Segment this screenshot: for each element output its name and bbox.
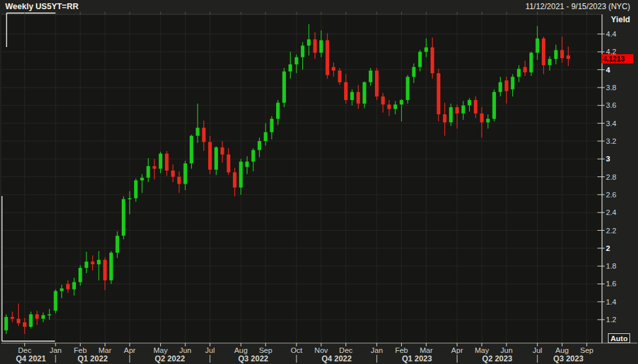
quarter-label: Q1 2023 xyxy=(402,354,432,363)
month-label: Mar xyxy=(419,346,433,354)
candlestick-chart[interactable]: 4.44.243.83.63.43.232.82.62.42.221.81.61… xyxy=(0,0,638,364)
y-tick-label: 2.8 xyxy=(606,173,616,181)
candle[interactable] xyxy=(436,69,440,122)
month-label: Dec xyxy=(18,346,31,354)
y-tick-label: 1.8 xyxy=(606,262,616,270)
candle[interactable] xyxy=(109,251,113,284)
y-tick-label: 2.2 xyxy=(606,227,616,235)
month-label: Jan xyxy=(371,346,383,354)
month-label: Jul xyxy=(205,346,215,354)
candle[interactable] xyxy=(406,75,410,104)
quarter-label: Q1 2022 xyxy=(78,354,108,363)
candle[interactable] xyxy=(122,197,126,240)
month-label: Oct xyxy=(291,346,303,354)
y-tick-label: 4 xyxy=(606,66,611,74)
month-label: May xyxy=(474,346,489,354)
y-tick-label: 1.6 xyxy=(606,280,616,288)
y-tick-label: 3.2 xyxy=(606,137,616,145)
month-label: Aug xyxy=(234,346,247,354)
y-tick-label: 1.4 xyxy=(606,298,617,306)
quarter-label: Q4 2022 xyxy=(321,354,351,363)
month-label: Jun xyxy=(179,346,192,354)
month-label: Apr xyxy=(124,346,135,354)
month-label: Feb xyxy=(74,346,87,354)
plot-area[interactable] xyxy=(1,14,602,343)
candle[interactable] xyxy=(492,90,496,122)
y-tick-label: 3.8 xyxy=(606,84,616,91)
candle[interactable] xyxy=(375,68,379,100)
quarter-label: Q3 2023 xyxy=(554,354,584,363)
quarter-label: Q2 2023 xyxy=(482,354,512,363)
chart-window: Weekly US5YT=RR 11/12/2021 - 9/15/2023 (… xyxy=(0,0,638,364)
month-label: Feb xyxy=(395,346,408,354)
quarter-label: Q3 2022 xyxy=(238,354,268,363)
month-label: Apr xyxy=(452,346,463,354)
month-label: Jul xyxy=(533,346,542,354)
y-tick-label: 2 xyxy=(606,244,610,252)
y-tick-label: 2.4 xyxy=(606,208,617,216)
month-label: Sep xyxy=(580,346,594,354)
month-label: May xyxy=(154,346,168,354)
month-label: Jan xyxy=(50,346,62,354)
y-tick-label: 2.6 xyxy=(606,191,616,199)
y-axis-title: Yield xyxy=(611,15,630,24)
quarter-label: Q4 2021 xyxy=(16,354,46,363)
y-tick-label: 1.2 xyxy=(606,316,616,323)
y-tick-label: 3.6 xyxy=(606,101,616,109)
last-price-badge: 4.1213 xyxy=(601,54,633,63)
month-label: Aug xyxy=(556,346,569,354)
month-label: Sep xyxy=(259,346,272,354)
month-label: Mar xyxy=(99,346,112,354)
auto-scale-button[interactable]: Auto xyxy=(608,333,630,343)
month-label: Nov xyxy=(315,346,328,354)
month-label: Jun xyxy=(501,346,513,354)
month-label: Dec xyxy=(339,346,353,354)
y-tick-label: 4.4 xyxy=(606,30,617,38)
y-tick-label: 3 xyxy=(606,155,610,163)
candle[interactable] xyxy=(529,52,533,76)
candle[interactable] xyxy=(54,290,58,314)
quarter-label: Q2 2022 xyxy=(155,354,185,363)
candle[interactable] xyxy=(282,68,286,107)
y-tick-label: 3.4 xyxy=(606,120,617,127)
